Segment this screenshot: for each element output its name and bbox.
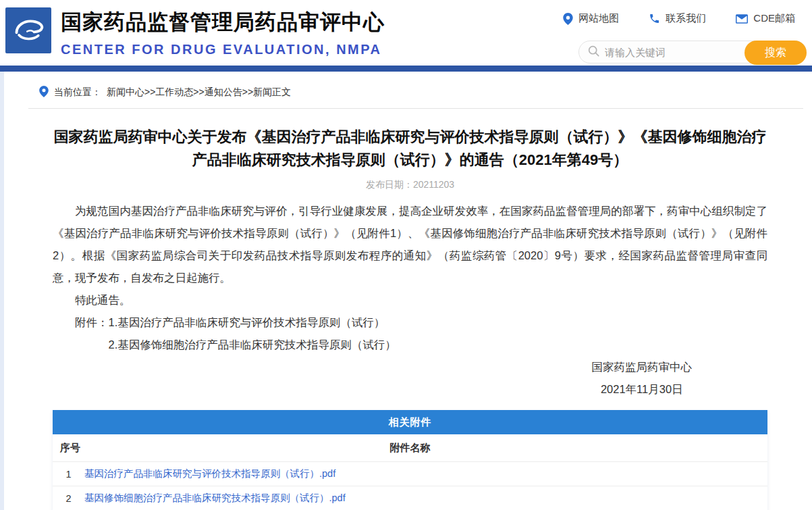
publish-date: 发布日期：20211203 xyxy=(53,179,767,191)
cde-mailbox-link-label: CDE邮箱 xyxy=(753,12,795,25)
contact-us-link-label: 联系我们 xyxy=(666,12,706,25)
cde-logo xyxy=(5,7,51,53)
site-title-cn: 国家药品监督管理局药品审评中心 xyxy=(61,8,385,36)
attachment-pdf-link[interactable]: 基因修饰细胞治疗产品非临床研究技术指导原则（试行）.pdf xyxy=(84,492,346,505)
attachment-row-number: 1 xyxy=(53,469,84,480)
attachment-row-number: 2 xyxy=(53,493,84,504)
breadcrumb-divider xyxy=(28,108,803,109)
phone-icon xyxy=(649,13,660,24)
cde-logo-swoosh-icon xyxy=(9,10,47,51)
table-row: 2 基因修饰细胞治疗产品非临床研究技术指导原则（试行）.pdf xyxy=(53,486,767,510)
signature-org: 国家药监局药审中心 xyxy=(592,356,693,378)
site-title-en: CENTER FOR DRUG EVALUATION, NMPA xyxy=(61,42,385,57)
article: 国家药监局药审中心关于发布《基因治疗产品非临床研究与评价技术指导原则（试行）》《… xyxy=(53,126,767,510)
article-title: 国家药监局药审中心关于发布《基因治疗产品非临床研究与评价技术指导原则（试行）》《… xyxy=(53,126,767,172)
header-divider-bar xyxy=(0,66,812,72)
table-row: 1 基因治疗产品非临床研究与评价技术指导原则（试行）.pdf xyxy=(53,462,767,486)
attachment-pdf-link[interactable]: 基因治疗产品非临床研究与评价技术指导原则（试行）.pdf xyxy=(84,467,335,480)
attachments-table-header: 序号 附件名称 xyxy=(53,434,767,462)
paragraph-notice: 特此通告。 xyxy=(53,289,767,311)
attachments-table-caption: 相关附件 xyxy=(53,410,767,434)
breadcrumb-pin-icon xyxy=(39,86,49,99)
attachments-table: 相关附件 序号 附件名称 1 基因治疗产品非临床研究与评价技术指导原则（试行）.… xyxy=(53,410,767,510)
breadcrumb-prefix: 当前位置： xyxy=(54,86,101,99)
breadcrumb-path[interactable]: 新闻中心>>工作动态>>通知公告>>新闻正文 xyxy=(107,86,291,99)
article-body: 为规范国内基因治疗产品非临床研究与评价，引导行业健康发展，提高企业研发效率，在国… xyxy=(53,200,767,356)
search-icon xyxy=(588,45,599,59)
site-titles: 国家药品监督管理局药品审评中心 CENTER FOR DRUG EVALUATI… xyxy=(61,8,385,57)
column-header-name: 附件名称 xyxy=(53,442,767,455)
mail-icon xyxy=(736,14,748,24)
breadcrumb: 当前位置： 新闻中心>>工作动态>>通知公告>>新闻正文 xyxy=(39,86,812,99)
location-pin-icon xyxy=(563,13,573,25)
sitemap-link-label: 网站地图 xyxy=(578,12,619,25)
attachment-line-2: 2.基因修饰细胞治疗产品非临床研究技术指导原则（试行） xyxy=(53,334,767,356)
paragraph-main: 为规范国内基因治疗产品非临床研究与评价，引导行业健康发展，提高企业研发效率，在国… xyxy=(53,200,767,289)
attachment-line-1: 附件：1.基因治疗产品非临床研究与评价技术指导原则（试行） xyxy=(53,311,767,334)
search-button[interactable]: 搜索 xyxy=(745,41,807,65)
left-edge-strip xyxy=(0,72,4,510)
contact-us-link[interactable]: 联系我们 xyxy=(649,12,706,25)
cde-mailbox-link[interactable]: CDE邮箱 xyxy=(736,12,795,25)
search-bar: 搜索 xyxy=(578,41,807,63)
header-quick-links: 网站地图 联系我们 CDE邮箱 xyxy=(563,12,795,25)
site-header: 国家药品监督管理局药品审评中心 CENTER FOR DRUG EVALUATI… xyxy=(0,0,812,66)
signature-date: 2021年11月30日 xyxy=(592,378,693,401)
sitemap-link[interactable]: 网站地图 xyxy=(563,12,619,25)
signature-block: 国家药监局药审中心 2021年11月30日 xyxy=(592,356,693,401)
